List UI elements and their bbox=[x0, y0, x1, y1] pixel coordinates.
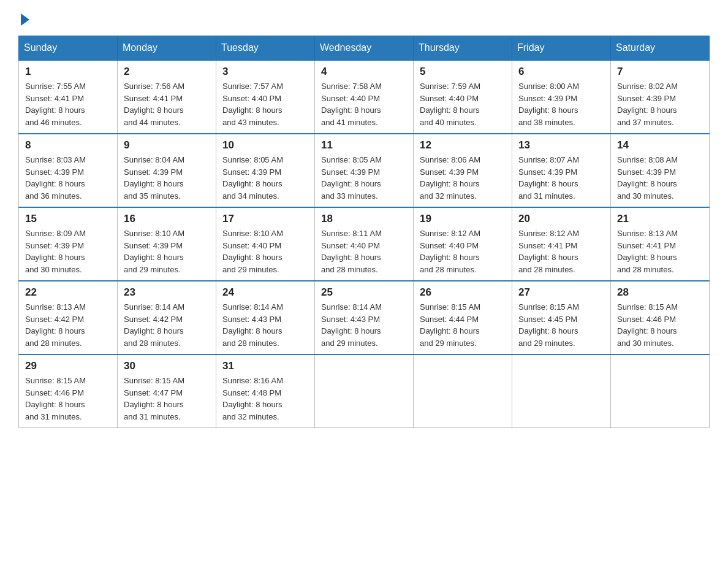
calendar-cell: 9 Sunrise: 8:04 AM Sunset: 4:39 PM Dayli… bbox=[118, 134, 216, 207]
calendar-cell: 6 Sunrise: 8:00 AM Sunset: 4:39 PM Dayli… bbox=[512, 60, 611, 134]
calendar-cell: 17 Sunrise: 8:10 AM Sunset: 4:40 PM Dayl… bbox=[216, 207, 315, 281]
calendar-cell: 30 Sunrise: 8:15 AM Sunset: 4:47 PM Dayl… bbox=[118, 354, 216, 428]
day-info: Sunrise: 8:15 AM Sunset: 4:46 PM Dayligh… bbox=[617, 301, 703, 349]
week-row-2: 8 Sunrise: 8:03 AM Sunset: 4:39 PM Dayli… bbox=[19, 134, 710, 207]
col-header-friday: Friday bbox=[512, 36, 611, 61]
day-info: Sunrise: 7:58 AM Sunset: 4:40 PM Dayligh… bbox=[321, 80, 407, 128]
day-info: Sunrise: 8:16 AM Sunset: 4:48 PM Dayligh… bbox=[222, 375, 308, 423]
calendar-cell: 10 Sunrise: 8:05 AM Sunset: 4:39 PM Dayl… bbox=[216, 134, 315, 207]
day-number: 31 bbox=[222, 360, 308, 372]
day-number: 13 bbox=[518, 139, 604, 151]
calendar-cell: 16 Sunrise: 8:10 AM Sunset: 4:39 PM Dayl… bbox=[118, 207, 216, 281]
day-number: 12 bbox=[420, 139, 506, 151]
calendar-cell: 14 Sunrise: 8:08 AM Sunset: 4:39 PM Dayl… bbox=[611, 134, 710, 207]
day-number: 25 bbox=[321, 286, 407, 299]
calendar-cell: 29 Sunrise: 8:15 AM Sunset: 4:46 PM Dayl… bbox=[19, 354, 118, 428]
calendar-cell: 31 Sunrise: 8:16 AM Sunset: 4:48 PM Dayl… bbox=[216, 354, 315, 428]
calendar-cell: 22 Sunrise: 8:13 AM Sunset: 4:42 PM Dayl… bbox=[19, 281, 118, 354]
day-number: 24 bbox=[222, 286, 308, 299]
calendar-cell: 25 Sunrise: 8:14 AM Sunset: 4:43 PM Dayl… bbox=[315, 281, 414, 354]
col-header-sunday: Sunday bbox=[19, 36, 118, 61]
logo-arrow-icon bbox=[21, 13, 29, 26]
day-info: Sunrise: 8:12 AM Sunset: 4:41 PM Dayligh… bbox=[518, 228, 604, 275]
calendar-cell: 11 Sunrise: 8:05 AM Sunset: 4:39 PM Dayl… bbox=[315, 134, 414, 207]
day-info: Sunrise: 8:14 AM Sunset: 4:43 PM Dayligh… bbox=[222, 301, 308, 349]
day-number: 22 bbox=[25, 286, 111, 299]
calendar-cell bbox=[611, 354, 710, 428]
day-number: 15 bbox=[25, 213, 111, 225]
day-info: Sunrise: 8:02 AM Sunset: 4:39 PM Dayligh… bbox=[617, 80, 703, 128]
day-info: Sunrise: 8:06 AM Sunset: 4:39 PM Dayligh… bbox=[420, 154, 506, 202]
day-number: 21 bbox=[617, 213, 703, 225]
calendar-cell: 28 Sunrise: 8:15 AM Sunset: 4:46 PM Dayl… bbox=[611, 281, 710, 354]
day-number: 20 bbox=[518, 213, 604, 225]
calendar-cell: 12 Sunrise: 8:06 AM Sunset: 4:39 PM Dayl… bbox=[414, 134, 512, 207]
day-info: Sunrise: 8:15 AM Sunset: 4:47 PM Dayligh… bbox=[124, 375, 210, 423]
calendar-cell: 15 Sunrise: 8:09 AM Sunset: 4:39 PM Dayl… bbox=[19, 207, 118, 281]
day-info: Sunrise: 8:13 AM Sunset: 4:42 PM Dayligh… bbox=[25, 301, 111, 349]
day-number: 30 bbox=[124, 360, 210, 372]
calendar-cell bbox=[315, 354, 414, 428]
day-number: 16 bbox=[124, 213, 210, 225]
day-info: Sunrise: 7:57 AM Sunset: 4:40 PM Dayligh… bbox=[222, 80, 308, 128]
day-info: Sunrise: 7:55 AM Sunset: 4:41 PM Dayligh… bbox=[25, 80, 111, 128]
day-info: Sunrise: 8:15 AM Sunset: 4:45 PM Dayligh… bbox=[518, 301, 604, 349]
calendar-cell: 26 Sunrise: 8:15 AM Sunset: 4:44 PM Dayl… bbox=[414, 281, 512, 354]
day-number: 11 bbox=[321, 139, 407, 151]
day-number: 29 bbox=[25, 360, 111, 372]
day-info: Sunrise: 8:05 AM Sunset: 4:39 PM Dayligh… bbox=[222, 154, 308, 202]
day-number: 27 bbox=[518, 286, 604, 299]
day-info: Sunrise: 8:14 AM Sunset: 4:43 PM Dayligh… bbox=[321, 301, 407, 349]
week-row-5: 29 Sunrise: 8:15 AM Sunset: 4:46 PM Dayl… bbox=[19, 354, 710, 428]
col-header-saturday: Saturday bbox=[611, 36, 710, 61]
day-info: Sunrise: 7:59 AM Sunset: 4:40 PM Dayligh… bbox=[420, 80, 506, 128]
day-number: 6 bbox=[518, 66, 604, 78]
day-info: Sunrise: 8:15 AM Sunset: 4:44 PM Dayligh… bbox=[420, 301, 506, 349]
col-header-thursday: Thursday bbox=[414, 36, 512, 61]
calendar-table: SundayMondayTuesdayWednesdayThursdayFrid… bbox=[18, 36, 710, 428]
day-info: Sunrise: 8:08 AM Sunset: 4:39 PM Dayligh… bbox=[617, 154, 703, 202]
day-info: Sunrise: 8:04 AM Sunset: 4:39 PM Dayligh… bbox=[124, 154, 210, 202]
day-info: Sunrise: 8:11 AM Sunset: 4:40 PM Dayligh… bbox=[321, 228, 407, 275]
calendar-cell: 4 Sunrise: 7:58 AM Sunset: 4:40 PM Dayli… bbox=[315, 60, 414, 134]
day-number: 14 bbox=[617, 139, 703, 151]
day-info: Sunrise: 8:10 AM Sunset: 4:39 PM Dayligh… bbox=[124, 228, 210, 275]
day-info: Sunrise: 8:10 AM Sunset: 4:40 PM Dayligh… bbox=[222, 228, 308, 275]
day-info: Sunrise: 8:07 AM Sunset: 4:39 PM Dayligh… bbox=[518, 154, 604, 202]
col-header-monday: Monday bbox=[118, 36, 216, 61]
col-header-wednesday: Wednesday bbox=[315, 36, 414, 61]
calendar-header-row: SundayMondayTuesdayWednesdayThursdayFrid… bbox=[19, 36, 710, 61]
day-info: Sunrise: 8:09 AM Sunset: 4:39 PM Dayligh… bbox=[25, 228, 111, 275]
col-header-tuesday: Tuesday bbox=[216, 36, 315, 61]
calendar-cell: 13 Sunrise: 8:07 AM Sunset: 4:39 PM Dayl… bbox=[512, 134, 611, 207]
calendar-cell: 3 Sunrise: 7:57 AM Sunset: 4:40 PM Dayli… bbox=[216, 60, 315, 134]
day-number: 17 bbox=[222, 213, 308, 225]
day-number: 2 bbox=[124, 66, 210, 78]
calendar-cell: 20 Sunrise: 8:12 AM Sunset: 4:41 PM Dayl… bbox=[512, 207, 611, 281]
day-number: 26 bbox=[420, 286, 506, 299]
logo bbox=[18, 12, 29, 23]
day-info: Sunrise: 8:05 AM Sunset: 4:39 PM Dayligh… bbox=[321, 154, 407, 202]
calendar-cell: 2 Sunrise: 7:56 AM Sunset: 4:41 PM Dayli… bbox=[118, 60, 216, 134]
calendar-cell: 21 Sunrise: 8:13 AM Sunset: 4:41 PM Dayl… bbox=[611, 207, 710, 281]
calendar-cell: 18 Sunrise: 8:11 AM Sunset: 4:40 PM Dayl… bbox=[315, 207, 414, 281]
page-header bbox=[18, 12, 710, 23]
day-info: Sunrise: 8:13 AM Sunset: 4:41 PM Dayligh… bbox=[617, 228, 703, 275]
day-info: Sunrise: 8:00 AM Sunset: 4:39 PM Dayligh… bbox=[518, 80, 604, 128]
day-number: 5 bbox=[420, 66, 506, 78]
calendar-cell bbox=[512, 354, 611, 428]
day-number: 18 bbox=[321, 213, 407, 225]
calendar-cell: 27 Sunrise: 8:15 AM Sunset: 4:45 PM Dayl… bbox=[512, 281, 611, 354]
day-info: Sunrise: 8:12 AM Sunset: 4:40 PM Dayligh… bbox=[420, 228, 506, 275]
calendar-cell: 8 Sunrise: 8:03 AM Sunset: 4:39 PM Dayli… bbox=[19, 134, 118, 207]
week-row-4: 22 Sunrise: 8:13 AM Sunset: 4:42 PM Dayl… bbox=[19, 281, 710, 354]
day-number: 4 bbox=[321, 66, 407, 78]
day-number: 10 bbox=[222, 139, 308, 151]
calendar-cell: 19 Sunrise: 8:12 AM Sunset: 4:40 PM Dayl… bbox=[414, 207, 512, 281]
calendar-cell: 5 Sunrise: 7:59 AM Sunset: 4:40 PM Dayli… bbox=[414, 60, 512, 134]
week-row-1: 1 Sunrise: 7:55 AM Sunset: 4:41 PM Dayli… bbox=[19, 60, 710, 134]
day-info: Sunrise: 8:15 AM Sunset: 4:46 PM Dayligh… bbox=[25, 375, 111, 423]
day-info: Sunrise: 8:03 AM Sunset: 4:39 PM Dayligh… bbox=[25, 154, 111, 202]
calendar-cell: 1 Sunrise: 7:55 AM Sunset: 4:41 PM Dayli… bbox=[19, 60, 118, 134]
day-number: 23 bbox=[124, 286, 210, 299]
